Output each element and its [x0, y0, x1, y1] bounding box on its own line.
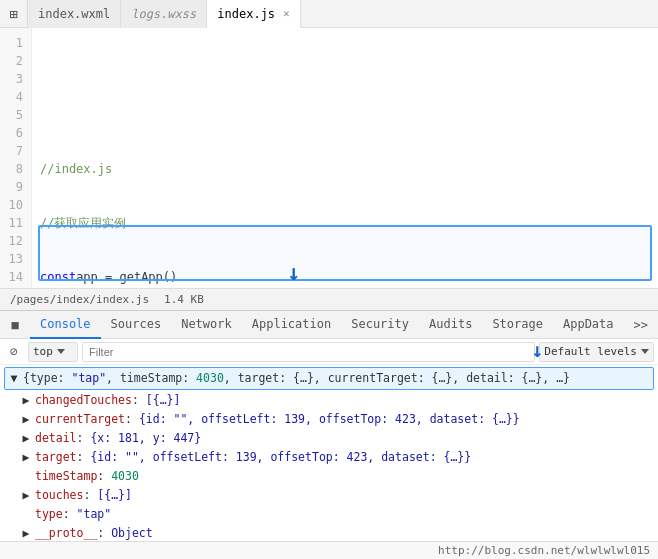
tab-console[interactable]: Console: [30, 311, 101, 339]
log-item[interactable]: ▶ type: "tap": [4, 505, 654, 524]
devtools: ■ Console Sources Network Application Se…: [0, 310, 658, 559]
block-icon[interactable]: ⊘: [4, 342, 24, 362]
log-item-main[interactable]: ▼ {type: "tap", timeStamp: 4030, target:…: [4, 367, 654, 390]
tab-bar: ⊞ index.wxml logs.wxss index.js ✕: [0, 0, 658, 28]
log-item[interactable]: ▶ timeStamp: 4030: [4, 467, 654, 486]
editor-container: ⊞ index.wxml logs.wxss index.js ✕ 12345 …: [0, 0, 658, 310]
status-url: http://blog.csdn.net/wlwlwlwl015: [438, 544, 650, 557]
log-item[interactable]: ▶ changedTouches: [{…}]: [4, 391, 654, 410]
log-item[interactable]: ▶ touches: [{…}]: [4, 486, 654, 505]
expand-icon: ▶: [20, 413, 32, 425]
log-item[interactable]: ▶ currentTarget: {id: "", offsetLeft: 13…: [4, 410, 654, 429]
tab-label: index.wxml: [38, 7, 110, 21]
expand-icon: ▶: [20, 394, 32, 406]
devtools-icon: ■: [4, 314, 26, 336]
expand-icon: ▼: [8, 372, 20, 384]
status-bar: http://blog.csdn.net/wlwlwlwl015: [0, 541, 658, 559]
tab-logs-wxss[interactable]: logs.wxss: [121, 0, 207, 28]
log-text: {type: "tap", timeStamp: 4030, target: {…: [23, 370, 570, 387]
expand-icon: ▶: [20, 432, 32, 444]
tab-label: logs.wxss: [131, 7, 196, 21]
filesize: 1.4 KB: [164, 293, 204, 306]
tab-storage[interactable]: Storage: [482, 311, 553, 339]
tab-index-wxml[interactable]: index.wxml: [28, 0, 121, 28]
expand-icon: ▶: [20, 527, 32, 539]
log-item[interactable]: ▶ __proto__: Object: [4, 524, 654, 541]
filepath-bar: /pages/index/index.js 1.4 KB: [0, 288, 658, 310]
log-item[interactable]: ▶ detail: {x: 181, y: 447}: [4, 429, 654, 448]
levels-arrow: [641, 349, 649, 354]
console-output[interactable]: ▼ {type: "tap", timeStamp: 4030, target:…: [0, 365, 658, 541]
tab-application[interactable]: Application: [242, 311, 341, 339]
tab-index-js[interactable]: index.js ✕: [207, 0, 300, 28]
code-line: //index.js: [40, 160, 650, 178]
tab-network[interactable]: Network: [171, 311, 242, 339]
code-editor: 12345 678910 1112131415 ↓ //index.js //获…: [0, 28, 658, 288]
expand-icon: ▶: [20, 451, 32, 463]
filepath: /pages/index/index.js: [10, 293, 149, 306]
tab-label: index.js: [217, 7, 275, 21]
explorer-icon[interactable]: ⊞: [0, 0, 28, 28]
context-value: top: [33, 345, 53, 358]
levels-label: Default levels: [544, 345, 637, 358]
context-select[interactable]: top: [28, 342, 78, 362]
filter-input[interactable]: [82, 342, 535, 362]
expand-icon: ▶: [20, 489, 32, 501]
tab-audits[interactable]: Audits: [419, 311, 482, 339]
tab-security[interactable]: Security: [341, 311, 419, 339]
close-tab-icon[interactable]: ✕: [283, 7, 290, 20]
levels-dropdown[interactable]: Default levels: [539, 342, 654, 362]
tab-appdata[interactable]: AppData: [553, 311, 624, 339]
log-item[interactable]: ▶ target: {id: "", offsetLeft: 139, offs…: [4, 448, 654, 467]
context-select-arrow: [57, 349, 65, 354]
devtools-tab-bar: ■ Console Sources Network Application Se…: [0, 311, 658, 339]
line-numbers: 12345 678910 1112131415: [0, 28, 32, 288]
code-content[interactable]: ↓ //index.js //获取应用实例 const app = getApp…: [32, 28, 658, 288]
more-tabs-button[interactable]: >>: [628, 318, 654, 332]
tab-sources[interactable]: Sources: [101, 311, 172, 339]
console-toolbar: ⊘ top ↓ Default levels: [0, 339, 658, 365]
